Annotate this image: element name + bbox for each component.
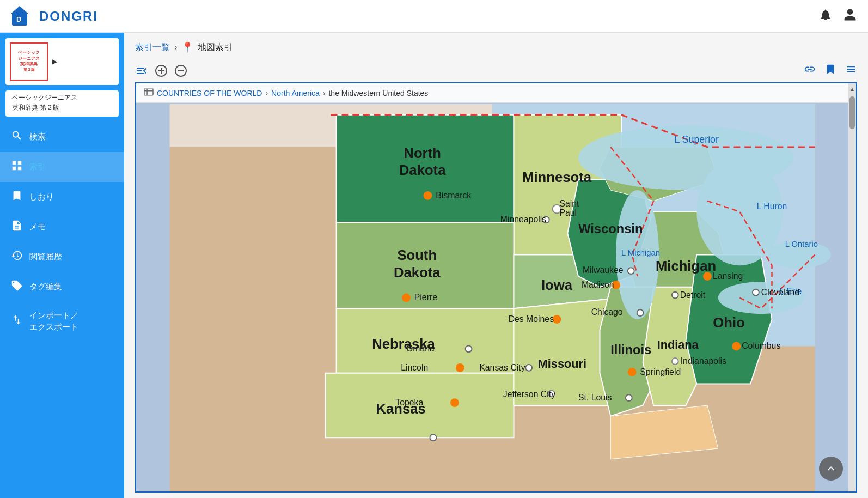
main-layout: ベーシックジーニアス英和辞典第２版 ▶ ベーシックジーニアス 英和辞典 第２版 … — [0, 33, 868, 498]
sidebar-item-history[interactable]: 閲覧履歴 — [0, 242, 124, 272]
more-menu-button[interactable] — [845, 63, 857, 78]
map-bc-north-america-link[interactable]: North America — [271, 89, 320, 98]
svg-text:Michigan: Michigan — [656, 258, 716, 274]
sidebar-nav: 検索 索引 しおり メモ — [0, 119, 124, 343]
zoom-out-button[interactable] — [174, 64, 187, 77]
svg-text:Iowa: Iowa — [541, 277, 573, 293]
svg-text:Ohio: Ohio — [713, 315, 744, 330]
svg-text:Dakota: Dakota — [394, 265, 441, 280]
map-svg: North Dakota South Dakota Nebraska Kansa… — [136, 104, 848, 491]
zoom-in-button[interactable] — [155, 64, 168, 77]
svg-point-47 — [424, 191, 432, 200]
svg-point-49 — [402, 294, 411, 302]
svg-point-75 — [628, 368, 637, 376]
svg-point-77 — [626, 394, 632, 401]
svg-point-55 — [450, 398, 459, 407]
svg-text:Detroit: Detroit — [680, 290, 706, 300]
svg-text:Lansing: Lansing — [713, 271, 743, 281]
svg-text:Minnesota: Minnesota — [522, 169, 592, 185]
map-bc-countries-link[interactable]: COUNTRIES OF THE WORLD — [157, 89, 262, 98]
toolbar-right — [804, 63, 857, 78]
svg-point-65 — [525, 365, 532, 371]
book-subtitle: 英和辞典 第２版 — [12, 104, 59, 111]
book-card[interactable]: ベーシックジーニアス英和辞典第２版 ▶ — [5, 38, 119, 85]
svg-text:Lincoln: Lincoln — [401, 363, 428, 372]
logo-area: D DONGRI — [11, 5, 98, 28]
toolbar — [124, 59, 868, 82]
top-header: D DONGRI — [0, 0, 868, 33]
svg-text:Topeka: Topeka — [395, 398, 423, 407]
svg-text:Bismarck: Bismarck — [436, 191, 471, 200]
svg-text:L Huron: L Huron — [757, 202, 787, 211]
sidebar-item-index[interactable]: 索引 — [0, 152, 124, 182]
sidebar-item-tags[interactable]: タグ編集 — [0, 272, 124, 302]
sidebar-label-history: 閲覧履歴 — [29, 252, 62, 262]
svg-text:D: D — [16, 15, 21, 23]
svg-marker-1 — [11, 6, 28, 14]
logo-text: DONGRI — [39, 9, 98, 24]
svg-text:Pierre: Pierre — [414, 293, 437, 302]
svg-point-79 — [672, 292, 678, 299]
search-icon — [11, 130, 23, 144]
svg-point-85 — [732, 342, 741, 350]
scrollbar-thumb[interactable] — [849, 96, 855, 129]
link-button[interactable] — [804, 63, 816, 78]
map-pin-icon: 📍 — [181, 41, 193, 53]
scrollbar-up[interactable]: ▲ — [848, 83, 856, 94]
svg-point-73 — [637, 309, 644, 316]
svg-text:L Superior: L Superior — [675, 134, 719, 145]
memo-icon — [11, 220, 23, 234]
map-bc-sep1: › — [265, 89, 268, 98]
svg-point-83 — [753, 289, 759, 296]
svg-text:Missouri: Missouri — [538, 357, 586, 371]
breadcrumb-index-link[interactable]: 索引一覧 — [135, 42, 170, 53]
sidebar-item-import-export[interactable]: インポート／エクスポート — [0, 302, 124, 340]
user-button[interactable] — [843, 8, 857, 25]
map-bc-current: the Midwestern United States — [328, 89, 428, 98]
map-scrollbar[interactable]: ▲ — [848, 83, 856, 491]
book-info: ベーシックジーニアス 英和辞典 第２版 — [5, 90, 119, 117]
svg-text:L Ontario: L Ontario — [785, 240, 818, 248]
svg-text:L Michigan: L Michigan — [621, 248, 660, 257]
svg-text:St. Louis: St. Louis — [578, 393, 612, 402]
svg-text:Indianapolis: Indianapolis — [681, 356, 726, 366]
svg-text:Saint: Saint — [559, 199, 579, 208]
breadcrumb-bar: 索引一覧 › 📍 地図索引 — [124, 33, 868, 59]
svg-text:Paul: Paul — [559, 208, 577, 217]
bookmark-icon — [11, 190, 23, 204]
svg-point-53 — [456, 363, 464, 372]
svg-text:Illinois: Illinois — [610, 343, 651, 357]
svg-point-51 — [466, 345, 472, 352]
sidebar-item-memo[interactable]: メモ — [0, 212, 124, 242]
logo-svg: D — [11, 5, 34, 28]
sidebar-item-bookmarks[interactable]: しおり — [0, 182, 124, 212]
header-icons — [819, 8, 857, 25]
sidebar: ベーシックジーニアス英和辞典第２版 ▶ ベーシックジーニアス 英和辞典 第２版 … — [0, 33, 124, 498]
sidebar-item-search[interactable]: 検索 — [0, 122, 124, 152]
import-export-icon — [11, 314, 23, 329]
svg-text:Minneapolis: Minneapolis — [500, 215, 546, 224]
tag-icon — [11, 280, 23, 294]
svg-text:Indiana: Indiana — [657, 338, 699, 351]
svg-text:Wisconsin: Wisconsin — [578, 222, 643, 236]
svg-text:Springfield: Springfield — [640, 367, 681, 376]
svg-text:Des Moines: Des Moines — [509, 314, 554, 324]
book-cover: ベーシックジーニアス英和辞典第２版 — [10, 42, 48, 81]
svg-text:Milwaukee: Milwaukee — [583, 265, 624, 275]
bookmark-add-button[interactable] — [824, 63, 836, 78]
breadcrumb-current: 地図索引 — [198, 42, 233, 53]
book-arrow: ▶ — [52, 58, 57, 65]
map-bc-icon — [144, 88, 154, 98]
svg-text:Omaha: Omaha — [406, 344, 435, 353]
breadcrumb-sep1: › — [174, 42, 177, 52]
svg-text:Madison: Madison — [582, 280, 614, 289]
notification-button[interactable] — [819, 8, 832, 25]
svg-text:South: South — [397, 247, 437, 263]
content-area: 索引一覧 › 📍 地図索引 — [124, 33, 868, 498]
history-icon — [11, 250, 23, 264]
back-to-top-button[interactable] — [819, 457, 843, 481]
sidebar-label-index: 索引 — [29, 162, 46, 172]
sidebar-label-tags: タグ編集 — [29, 282, 62, 292]
sidebar-label-search: 検索 — [29, 132, 46, 142]
sidebar-toggle-button[interactable] — [135, 64, 148, 77]
